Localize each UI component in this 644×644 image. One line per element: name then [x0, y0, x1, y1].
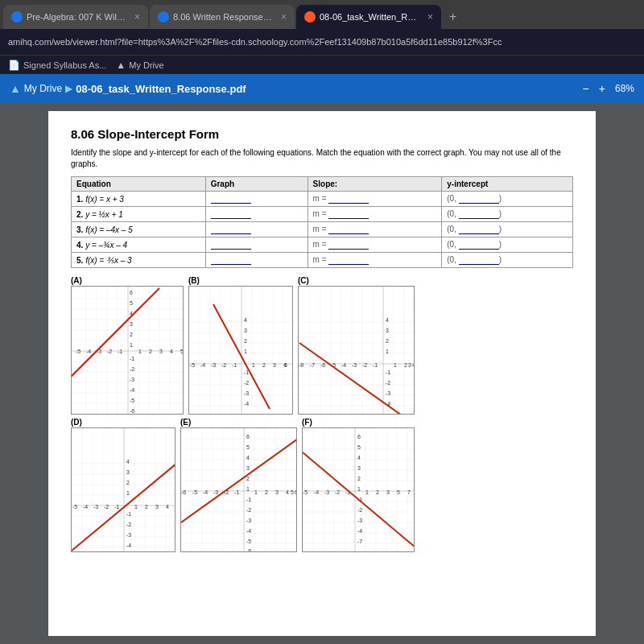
svg-text:-3: -3 [211, 362, 216, 368]
svg-text:3: 3 [244, 328, 247, 333]
graph-c: 4 3 2 1 -1 -2 -3 -4 -8 -7 -6 -5 -4 -3 [298, 286, 415, 415]
svg-text:1: 1 [386, 349, 389, 354]
tab-written-response[interactable]: 8.06 Written Response Assignm × [150, 5, 295, 29]
svg-text:-3: -3 [246, 518, 251, 523]
svg-text:2: 2 [246, 476, 250, 481]
svg-text:-6: -6 [246, 548, 251, 552]
drive-toolbar: ▲ My Drive ▶ 08-06_task_Written_Response… [0, 74, 644, 103]
graph-b: 4 3 2 1 -1 -2 -3 -4 -5 -4 -3 -2 -1 1 [188, 286, 293, 415]
graph-f-label: (F) [302, 418, 312, 427]
tab-pdf[interactable]: 08-06_task_Written_Response.p × [296, 5, 441, 29]
graph-b-label: (B) [188, 276, 200, 285]
graph-d: 4 3 2 1 -1 -2 -3 -4 -5 -4 -3 -2 -1 1 [71, 427, 175, 552]
row3-eq: f(x) = –4x – 5 [85, 225, 133, 234]
bookmark-mydrive[interactable]: ▲ My Drive [116, 60, 163, 71]
svg-text:2: 2 [376, 489, 379, 495]
tab-written-label: 8.06 Written Response Assignm [173, 12, 274, 22]
table-row: 4. y = –¾x – 4 m = (0, ) [72, 237, 573, 253]
col-yint: y-intercept [442, 177, 573, 192]
svg-text:-3: -3 [324, 489, 329, 495]
svg-text:-3: -3 [386, 390, 390, 396]
graph-e: 6 5 4 3 2 1 -1 -2 -3 -4 -5 -6 -6 -5 [180, 427, 297, 552]
svg-text:-4: -4 [314, 489, 319, 495]
svg-line-120 [299, 343, 415, 415]
svg-text:-6: -6 [130, 408, 134, 414]
svg-text:2: 2 [145, 504, 148, 510]
svg-text:4: 4 [166, 504, 169, 510]
address-bar[interactable]: amihq.com/web/viewer.html?file=https%3A%… [0, 29, 644, 55]
svg-text:2: 2 [262, 362, 266, 368]
zoom-level: 68% [615, 83, 634, 94]
doc-icon: 📄 [8, 60, 20, 71]
svg-text:-2: -2 [357, 507, 362, 513]
svg-text:2: 2 [404, 362, 407, 368]
svg-text:-2: -2 [335, 489, 340, 495]
bookmark-mydrive-label: My Drive [129, 60, 163, 70]
svg-text:-3: -3 [357, 518, 362, 523]
svg-text:1: 1 [394, 362, 397, 368]
row3-yint: (0, ) [442, 222, 573, 237]
zoom-in-button[interactable]: + [599, 82, 605, 95]
pdf-area: 8.06 Slope-Intercept Form Identify the s… [0, 103, 644, 644]
tab-pdf-label: 08-06_task_Written_Response.p [320, 12, 420, 22]
svg-text:-3: -3 [213, 489, 218, 495]
doc-instructions: Identify the slope and y-intercept for e… [71, 147, 573, 170]
tab-close-icon-2[interactable]: × [281, 11, 287, 23]
graph-e-svg: 6 5 4 3 2 1 -1 -2 -3 -4 -5 -6 -6 -5 [181, 428, 297, 552]
svg-text:-4: -4 [126, 543, 131, 548]
svg-text:5: 5 [284, 362, 287, 368]
svg-text:-5: -5 [72, 504, 77, 510]
svg-text:6: 6 [357, 434, 361, 440]
svg-text:-2: -2 [386, 380, 390, 386]
drive-nav-mydrive[interactable]: My Drive [24, 83, 62, 94]
svg-text:-2: -2 [104, 504, 109, 510]
row3-slope: m = [308, 222, 442, 237]
graph-e-label: (E) [180, 418, 191, 427]
svg-text:6: 6 [246, 434, 250, 440]
svg-text:1: 1 [254, 489, 258, 495]
svg-text:-3: -3 [352, 362, 357, 368]
graph-c-label: (C) [298, 276, 309, 285]
svg-text:-6: -6 [320, 362, 325, 368]
tab-close-icon-3[interactable]: × [427, 11, 433, 23]
koala-icon [304, 11, 316, 23]
svg-text:2: 2 [126, 480, 130, 485]
bookmark-syllabus[interactable]: 📄 Signed Syllabus As... [8, 60, 106, 71]
address-text: amihq.com/web/viewer.html?file=https%3A%… [8, 37, 636, 47]
row5-yint: (0, ) [442, 253, 573, 268]
row1-num: 1. [76, 195, 83, 204]
svg-text:-2: -2 [126, 522, 131, 527]
table-row: 1. f(x) = x + 3 m = (0, ) [72, 192, 573, 207]
svg-text:-4: -4 [130, 387, 134, 393]
svg-text:-2: -2 [107, 349, 112, 354]
graph-b-svg: 4 3 2 1 -1 -2 -3 -4 -5 -4 -3 -2 -1 1 [189, 287, 293, 415]
graph-d-label: (D) [71, 418, 82, 427]
equation-table: Equation Graph Slope: y-intercept 1. f(x… [71, 176, 573, 268]
doc-title: 8.06 Slope-Intercept Form [71, 127, 573, 141]
row5-num: 5. [76, 256, 83, 265]
tab-prealgebra[interactable]: Pre-Algebra: 007 K Williams | Sc × [3, 5, 148, 29]
zoom-out-button[interactable]: − [583, 82, 589, 95]
svg-text:2: 2 [149, 349, 152, 354]
graph-f-svg: 6 5 4 3 2 1 -1 -2 -3 -4 -7 -5 -4 -3 [303, 428, 415, 552]
svg-text:-4: -4 [244, 401, 249, 407]
svg-text:-5: -5 [303, 489, 308, 495]
row1-graph [205, 192, 308, 207]
new-tab-button[interactable]: + [443, 5, 463, 29]
bookmark-syllabus-label: Signed Syllabus As... [23, 60, 106, 70]
svg-text:3: 3 [386, 489, 390, 495]
svg-text:2: 2 [244, 338, 247, 344]
svg-text:3: 3 [386, 328, 389, 333]
schoology-icon-2 [158, 11, 169, 23]
svg-text:1: 1 [246, 486, 250, 492]
svg-text:-5: -5 [130, 398, 134, 403]
tab-close-icon[interactable]: × [134, 11, 140, 23]
svg-text:1: 1 [134, 504, 138, 510]
browser-tabs: Pre-Algebra: 007 K Williams | Sc × 8.06 … [0, 0, 644, 29]
graph-a-container: (A) [71, 276, 184, 415]
svg-text:6: 6 [295, 489, 297, 495]
row4-yint: (0, ) [442, 237, 573, 253]
svg-text:-1: -1 [118, 349, 122, 354]
svg-text:-4: -4 [83, 504, 88, 510]
row1-eq: f(x) = x + 3 [85, 195, 124, 204]
